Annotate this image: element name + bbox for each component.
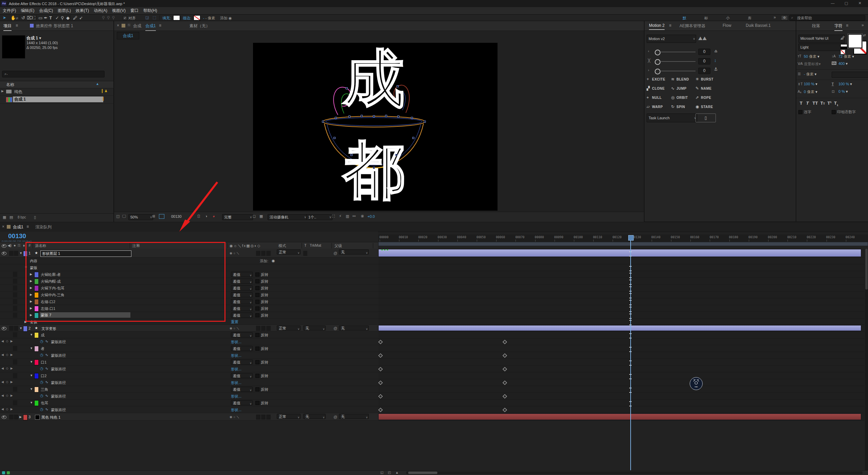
timeline-row-left[interactable]: ▼三角差值∨反转 [0, 386, 378, 393]
workspace-gear-icon[interactable]: ⚙ [781, 15, 788, 20]
invert-checkbox[interactable] [255, 272, 259, 277]
menu-item-3[interactable]: 图层(L) [58, 8, 71, 14]
stopwatch-icon[interactable]: ◷ [40, 393, 43, 398]
timeline-button-icon[interactable]: ▥ [346, 214, 349, 218]
hand-tool[interactable]: ✋ [11, 15, 16, 20]
blend-mode-dropdown[interactable]: 正常∨ [277, 414, 301, 419]
viewer-panel-menu-icon[interactable]: ≡ [159, 23, 161, 28]
layer-name[interactable]: 黑色 纯色 1 [41, 415, 60, 420]
eraser-tool[interactable]: ◆ [66, 15, 70, 20]
type-tool[interactable]: T [49, 15, 52, 20]
mask-name[interactable]: 左烟-口1 [41, 306, 55, 311]
char-panel-menu-icon[interactable]: ≡ [846, 23, 848, 28]
mask-mode-dropdown[interactable]: 差值∨ [231, 373, 253, 378]
mask-vertex[interactable] [413, 137, 414, 139]
menu-item-5[interactable]: 动画(A) [94, 8, 107, 14]
invert-checkbox[interactable] [255, 306, 259, 311]
timeline-tab-label[interactable]: 合成1 [13, 224, 23, 230]
bowl-rim-inner-path[interactable] [326, 118, 422, 126]
mask-vertex[interactable] [411, 117, 413, 119]
tsume-value[interactable]: 0 % ▾ [838, 89, 848, 94]
mask-switch-box[interactable] [13, 292, 17, 297]
timeline-vertical-scrollbar[interactable] [865, 249, 868, 470]
menu-item-1[interactable]: 编辑(E) [21, 8, 34, 14]
comment-column[interactable]: 注释 [132, 243, 140, 248]
property-name[interactable]: 蒙版路径 [51, 394, 66, 399]
mask-vertex[interactable] [351, 154, 352, 156]
mask-vertex[interactable] [385, 115, 387, 117]
timeline-row-left[interactable]: ▶火锅中内-三角差值∨反转 [0, 292, 378, 298]
updown-arrows-icon[interactable]: ↕ [714, 58, 717, 63]
mask-vertex[interactable] [424, 121, 426, 123]
task-launch-dropdown[interactable]: Task Launch [647, 113, 697, 122]
timeline-row-right[interactable] [378, 372, 865, 379]
mask-expand-icon[interactable]: ▶ [30, 286, 32, 289]
keyframe-diamond[interactable] [378, 367, 383, 371]
mask-mode-dropdown[interactable]: 差值∨ [231, 306, 253, 311]
mask-mode-dropdown[interactable]: 差值∨ [231, 346, 253, 351]
comp-name[interactable]: 合成 1 ▾ [26, 35, 41, 41]
mask-expand-icon[interactable]: ▶ [30, 313, 32, 317]
mask-vertex[interactable] [397, 86, 399, 87]
parent-dropdown[interactable]: 无∨ [339, 249, 369, 254]
lock-box[interactable] [14, 415, 18, 420]
tracking-value[interactable]: 400 ▾ [838, 61, 848, 66]
mask-color-chip[interactable] [34, 272, 39, 278]
mask-switch-box[interactable] [13, 346, 17, 351]
no-stroke-swatch-icon[interactable] [840, 50, 845, 54]
motion-button-blend[interactable]: ≋BLEND [671, 76, 695, 84]
group-name[interactable]: 变换 [30, 320, 37, 325]
timeline-row-left[interactable]: ▼者差值∨反转 [0, 345, 378, 352]
mask-vertex[interactable] [349, 116, 350, 118]
shape-value-link[interactable]: 形状... [231, 407, 241, 412]
motion-panel-menu-icon[interactable]: ≡ [669, 23, 671, 28]
fill-color-swatch[interactable] [848, 34, 862, 48]
timeline-row-right[interactable] [378, 338, 865, 345]
timeline-row-left[interactable]: 内容添加:◉ [0, 258, 378, 264]
group-name[interactable]: 内容 [30, 259, 37, 264]
stroke-label[interactable]: 描边: [183, 16, 191, 21]
viewer-tab-footage[interactable]: 素材（无） [189, 23, 210, 29]
solo-box[interactable] [9, 326, 14, 331]
source-name-column[interactable]: 源名称 [35, 243, 46, 248]
timeline-row-right[interactable] [378, 319, 865, 325]
viewer-timecode[interactable]: 00130 [171, 214, 182, 218]
mask-vertex[interactable] [361, 115, 363, 117]
mask-mode-dropdown[interactable]: 差值∨ [231, 387, 253, 392]
mask-vertex[interactable] [334, 137, 336, 139]
keyframe-diamond[interactable] [503, 381, 507, 385]
faux-italic-button[interactable]: T [806, 101, 809, 106]
mask-expand-icon[interactable]: ▼ [30, 333, 33, 336]
mask-color-chip[interactable] [34, 346, 39, 352]
layer-duration-bar[interactable] [378, 325, 861, 331]
mask-mode-dropdown[interactable]: 差值∨ [231, 400, 253, 405]
tab-duik[interactable]: Duik Bassel.1 [746, 23, 771, 28]
keyframe-diamond[interactable] [503, 353, 507, 358]
workspace-more[interactable]: » [774, 15, 776, 20]
timeline-row-left[interactable]: ◀ ◇ ▶◷∿蒙版路径形状... [0, 406, 378, 413]
timeline-row-left[interactable]: ◀ ◇ ▶◷∿蒙版路径形状... [0, 379, 378, 386]
mask-color-chip[interactable] [34, 292, 39, 298]
motion-button-burst[interactable]: ✳BURST [695, 76, 719, 84]
small-caps-button[interactable]: TT [820, 101, 825, 106]
mask-name[interactable]: 火锅中内-三角 [41, 293, 65, 298]
graph-icon[interactable]: ∿ [45, 393, 48, 398]
project-item-row[interactable]: ▶纯色▎♟ [0, 88, 113, 96]
take-snapshot-icon[interactable]: ⛻ [197, 214, 201, 218]
mask-color-chip[interactable] [34, 359, 39, 365]
mask-color-chip[interactable] [34, 285, 39, 291]
snapshot-icon[interactable]: ◫ [116, 214, 120, 218]
layer-switch-icons[interactable]: ◉☼＼ [230, 415, 240, 419]
stopwatch-icon[interactable]: ◷ [40, 407, 43, 411]
pixel-aspect-icon[interactable]: ⛶ [332, 214, 335, 218]
viewer-tab-name[interactable]: 合成1 [145, 23, 156, 31]
cti-handle[interactable] [628, 235, 634, 241]
parent-dropdown[interactable]: 无∨ [339, 326, 369, 331]
layer-expand-icon[interactable]: ▼ [19, 327, 22, 330]
workspace-库[interactable]: 库 [748, 16, 752, 21]
project-search-box[interactable]: ⌕˖ [2, 71, 105, 77]
invert-checkbox[interactable] [255, 374, 259, 378]
mask-mode-dropdown[interactable]: 差值∨ [231, 313, 253, 318]
mask-name[interactable]: 火锅轮廓-者 [41, 272, 61, 277]
timeline-row-left[interactable]: ▶蒙版 7差值∨反转 [0, 312, 378, 319]
